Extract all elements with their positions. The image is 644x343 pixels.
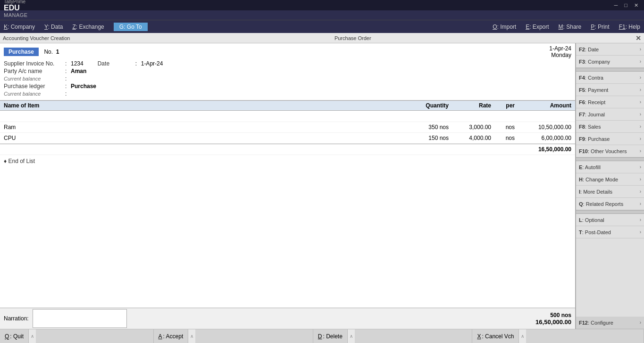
- sidebar-btn-f6[interactable]: F6: Receipt ›: [576, 96, 644, 108]
- spacer-3: [355, 329, 473, 343]
- party-value[interactable]: Aman: [71, 68, 86, 74]
- voucher-no-label: No. 1: [42, 49, 59, 55]
- sidebar-btn-f10[interactable]: F10: Other Vouchers ›: [576, 145, 644, 157]
- sidebar-f3-label: F3: Company: [579, 59, 610, 65]
- accept-button[interactable]: A: Accept: [154, 329, 189, 343]
- sub-header-center: Purchase Order: [335, 35, 371, 41]
- item-per-ram: nos: [491, 124, 515, 131]
- sidebar-sep-2: [576, 157, 644, 161]
- purchase-ledger-value[interactable]: Purchase: [71, 83, 96, 90]
- sidebar-btn-moredetails[interactable]: I: More Details ›: [576, 186, 644, 198]
- nav-bar: K: Company Y: Data Z: Exchange G: Go To …: [0, 20, 644, 33]
- table-row[interactable]: CPU 150 nos 4,000.00 nos 6,00,000.00: [0, 133, 575, 144]
- quit-button[interactable]: Q: Quit: [0, 329, 29, 343]
- sidebar-btn-f5[interactable]: F5: Payment ›: [576, 84, 644, 96]
- sidebar-configure-label: F12: Configure: [579, 320, 613, 326]
- main-layout: Purchase No. 1 1-Apr-24 Monday Supplier …: [0, 43, 644, 329]
- sub-header-close[interactable]: ✕: [636, 34, 641, 42]
- voucher-date-section: 1-Apr-24 Monday: [549, 45, 571, 58]
- sidebar-optional-label: L: Optional: [579, 217, 604, 223]
- item-amount-ram: 10,50,000.00: [515, 124, 571, 131]
- goto-button[interactable]: G: Go To: [114, 23, 148, 31]
- items-header: Name of Item Quantity Rate per Amount: [0, 100, 575, 111]
- sidebar-btn-f9[interactable]: F9: Purchase ›: [576, 133, 644, 145]
- party-row: Party A/c name : Aman: [4, 68, 571, 74]
- nav-export[interactable]: E: Export: [526, 24, 549, 30]
- sidebar-btn-f3[interactable]: F3: Company ›: [576, 56, 644, 68]
- narration-input[interactable]: [33, 309, 127, 328]
- sidebar-btn-postdated[interactable]: T: Post-Dated ›: [576, 226, 644, 238]
- manage-label: MANAGE: [4, 12, 28, 18]
- sidebar-btn-relatedreports[interactable]: Q: Related Reports ›: [576, 198, 644, 210]
- sidebar-spacer: [576, 238, 644, 317]
- table-row[interactable]: Ram 350 nos 3,000.00 nos 10,50,000.00: [0, 122, 575, 133]
- sub-header-left: Accounting Voucher Creation: [3, 35, 70, 41]
- sidebar-f2-label: F2: Date: [579, 47, 599, 52]
- purchase-ledger-row: Purchase ledger : Purchase: [4, 83, 571, 90]
- spacer-2: [195, 329, 313, 343]
- chevron-icon: ›: [640, 177, 641, 182]
- delete-button[interactable]: D: Delete: [313, 329, 348, 343]
- end-of-list: ♦ End of List: [0, 155, 575, 167]
- arrow-up-accept: ∧: [188, 334, 195, 339]
- sidebar-btn-f7[interactable]: F7: Journal ›: [576, 108, 644, 121]
- col-header-amount: Amount: [515, 102, 571, 109]
- nav-exchange[interactable]: Z: Exchange: [72, 24, 104, 30]
- chevron-icon: ›: [640, 47, 641, 52]
- party-label: Party A/c name: [4, 68, 65, 74]
- menu-bar: MANAGE: [0, 10, 644, 20]
- total-qty: 500 nos: [535, 312, 571, 318]
- total-amount: 16,50,000.00: [535, 318, 571, 326]
- nav-company[interactable]: K: Company: [4, 24, 35, 30]
- maximize-button[interactable]: □: [622, 2, 629, 8]
- sidebar-f8-label: F8: Sales: [579, 124, 601, 130]
- arrow-up-delete: ∧: [348, 334, 355, 339]
- nav-print[interactable]: P: Print: [591, 24, 609, 30]
- supplier-invoice-row: Supplier Invoice No. : 1234 Date : 1-Apr…: [4, 60, 571, 67]
- nav-right: O: Import E: Export M: Share P: Print F1…: [493, 24, 640, 30]
- chevron-icon: ›: [640, 320, 641, 325]
- chevron-icon: ›: [640, 59, 641, 64]
- sidebar-btn-f4[interactable]: F4: Contra ›: [576, 72, 644, 84]
- nav-import[interactable]: O: Import: [493, 24, 516, 30]
- app-edu: EDU: [4, 4, 25, 12]
- minimize-button[interactable]: ─: [612, 2, 620, 8]
- chevron-icon: ›: [640, 229, 641, 235]
- chevron-icon: ›: [640, 124, 641, 129]
- sidebar-autofill-label: E: Autofill: [579, 164, 601, 170]
- sidebar-btn-configure[interactable]: F12: Configure ›: [576, 317, 644, 329]
- narration-bar: Narration: 500 nos 16,50,000.00: [0, 308, 575, 329]
- window-controls[interactable]: ─ □ ✕: [612, 2, 640, 8]
- sidebar-btn-f8[interactable]: F8: Sales ›: [576, 121, 644, 133]
- sidebar-btn-autofill[interactable]: E: Autofill ›: [576, 161, 644, 173]
- sidebar-f4-label: F4: Contra: [579, 75, 603, 81]
- col-header-name: Name of Item: [4, 102, 397, 109]
- brand: TallyPrime EDU: [4, 0, 25, 12]
- col-header-rate: Rate: [449, 102, 491, 109]
- narration-totals: 500 nos 16,50,000.00: [535, 312, 571, 326]
- sidebar-f7-label: F7: Journal: [579, 112, 605, 117]
- sidebar-postdated-label: T: Post-Dated: [579, 229, 611, 235]
- current-balance-1-row: Current balance :: [4, 75, 571, 82]
- subtotal-row: 16,50,000.00: [0, 144, 575, 155]
- chevron-icon: ›: [640, 99, 641, 105]
- sidebar-btn-f2[interactable]: F2: Date ›: [576, 43, 644, 56]
- purchase-ledger-label: Purchase ledger: [4, 83, 65, 90]
- nav-data[interactable]: Y: Data: [44, 24, 63, 30]
- sidebar-changemode-label: H: Change Mode: [579, 177, 618, 182]
- sidebar-f6-label: F6: Receipt: [579, 99, 605, 105]
- supplier-invoice-value[interactable]: 1234: [71, 60, 84, 67]
- date-label: Date: [98, 60, 135, 67]
- voucher-day: Monday: [549, 52, 571, 58]
- nav-help[interactable]: F1: Help: [619, 24, 640, 30]
- sidebar-btn-changemode[interactable]: H: Change Mode ›: [576, 173, 644, 186]
- sidebar-btn-optional[interactable]: L: Optional ›: [576, 214, 644, 226]
- close-button[interactable]: ✕: [632, 2, 640, 8]
- voucher-date: 1-Apr-24: [549, 45, 571, 52]
- chevron-icon: ›: [640, 75, 641, 80]
- date-value[interactable]: 1-Apr-24: [141, 60, 163, 67]
- item-row-empty[interactable]: [0, 111, 575, 122]
- nav-share[interactable]: M: Share: [559, 24, 582, 30]
- item-name-ram: Ram: [4, 124, 397, 131]
- cancel-vch-button[interactable]: X: Cancel Vch: [472, 329, 519, 343]
